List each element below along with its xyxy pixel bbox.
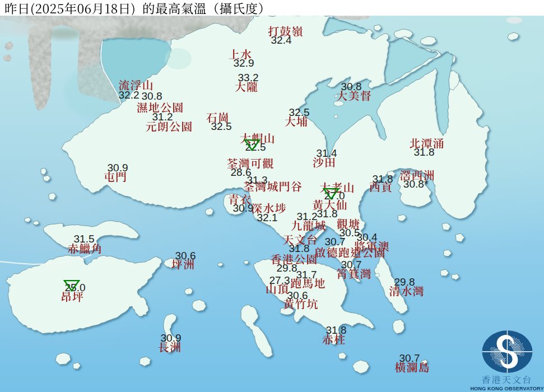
station-max-temperature: 31.8 <box>289 242 310 255</box>
station-max-temperature: 31.3 <box>247 174 268 186</box>
station-max-temperature: 32.9 <box>234 57 254 69</box>
logo-english-name: HONG KONG OBSERVATORY <box>470 386 543 391</box>
station-max-temperature: 31.2 <box>152 111 173 123</box>
logo-chinese-name <box>481 375 532 386</box>
station-max-temperature: 30.9 <box>233 202 254 214</box>
station-max-temperature: 29.8 <box>277 262 297 274</box>
maipo-fishponds-tint <box>165 48 192 69</box>
station-max-temperature: 32.2 <box>119 89 140 101</box>
station-max-temperature: 30.9 <box>108 162 128 174</box>
station-max-temperature: 29.8 <box>394 276 415 288</box>
station-max-temperature: 30.9 <box>161 332 182 344</box>
station-max-temperature: 30.8 <box>142 90 162 102</box>
station-max-temperature: 31.8 <box>317 208 338 220</box>
min-temperature-marker <box>63 279 80 292</box>
station-max-temperature: 30.7 <box>399 352 420 365</box>
station-max-temperature: 30.6 <box>287 290 308 302</box>
station-max-temperature: 31.8 <box>414 146 435 158</box>
hko-temperature-map: 32.432.933.232.230.831.232.532.530.822.5… <box>0 0 544 392</box>
station-max-temperature: 30.8 <box>341 81 362 93</box>
hko-logo: HONG KONG OBSERVATORY <box>481 328 534 392</box>
station-max-temperature: 32.5 <box>289 106 310 119</box>
station-max-temperature: 31.8 <box>373 173 393 185</box>
station-max-temperature: 31.5 <box>74 233 95 245</box>
station-max-temperature: 31.7 <box>296 269 317 281</box>
station-max-temperature: 32.1 <box>257 212 278 224</box>
min-temperature-marker <box>323 188 340 200</box>
station-max-temperature: 30.8* <box>403 178 428 190</box>
station-max-temperature: 33.2 <box>238 72 259 84</box>
station-max-temperature: 27.3 <box>269 274 290 287</box>
title-bar <box>0 0 544 16</box>
station-max-temperature: 30.7 <box>341 259 362 271</box>
station-max-temperature: 31.4 <box>317 147 337 160</box>
station-max-temperature: 31.2 <box>297 211 318 223</box>
station-max-temperature: 32.4 <box>271 34 292 46</box>
page-title <box>4 2 271 17</box>
station-max-temperature: 32.5 <box>211 120 232 133</box>
cloud-patch <box>506 17 522 24</box>
station-max-temperature: 30.6 <box>175 250 196 262</box>
station-max-temperature: 30.4 <box>357 231 378 244</box>
min-temperature-marker <box>244 139 261 151</box>
station-max-temperature: 31.8 <box>326 324 347 337</box>
hong-kong-map <box>0 0 544 392</box>
station-max-temperature: 30.7 <box>325 236 346 248</box>
